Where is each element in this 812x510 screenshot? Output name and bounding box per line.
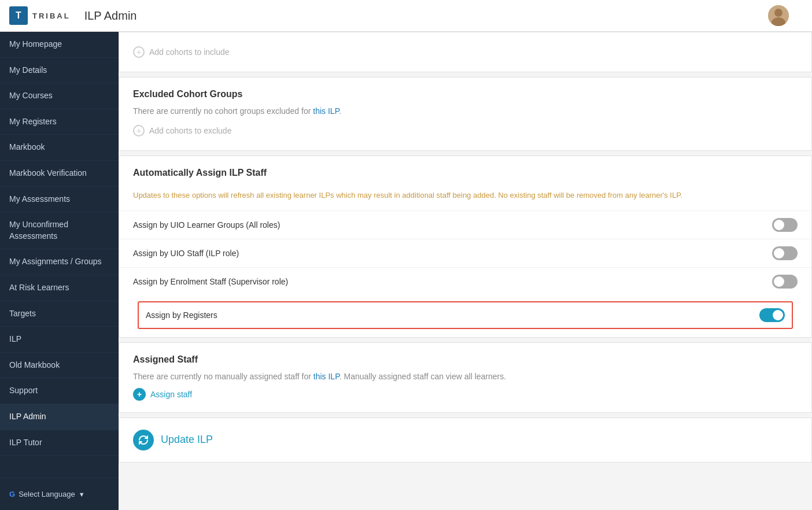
sidebar-item-ilp[interactable]: ILP [0, 327, 119, 353]
excluded-cohorts-text: There are currently no cohort groups exc… [133, 106, 798, 116]
update-ilp-label[interactable]: Update ILP [161, 434, 213, 446]
google-icon: G [9, 490, 15, 498]
svg-point-1 [774, 9, 783, 17]
auto-assign-warning: Updates to these options will refresh al… [119, 185, 811, 210]
excluded-cohorts-section: Excluded Cohort Groups There are current… [119, 77, 812, 151]
sidebar-item-old-markbook[interactable]: Old Markbook [0, 353, 119, 379]
logo-box: T [9, 6, 28, 25]
assign-staff-label: Assign staff [150, 390, 192, 399]
main-content: + Add cohorts to include Excluded Cohort… [119, 32, 812, 510]
sidebar-item-targets[interactable]: Targets [0, 301, 119, 327]
plus-icon: + [133, 46, 145, 58]
update-ilp-icon [133, 430, 154, 450]
add-cohorts-exclude-link[interactable]: + Add cohorts to exclude [133, 123, 798, 139]
sidebar-item-ilp-tutor[interactable]: ILP Tutor [0, 430, 119, 456]
sidebar-footer: G Select Language ▼ [0, 478, 119, 510]
toggle-row-assign-by-registers: Assign by Registers [138, 301, 793, 329]
toggle-slider-uio-learner-groups [772, 218, 798, 232]
toggle-assign-by-registers[interactable] [759, 308, 785, 322]
add-cohorts-include-label: Add cohorts to include [149, 47, 230, 57]
select-language[interactable]: G Select Language ▼ [9, 485, 109, 503]
auto-assign-header: Automatically Assign ILP Staff [119, 156, 811, 178]
auto-assign-title: Automatically Assign ILP Staff [133, 168, 798, 178]
sidebar-item-ilp-admin[interactable]: ILP Admin [0, 404, 119, 430]
page-title: ILP Admin [84, 9, 137, 23]
excluded-cohorts-content: Excluded Cohort Groups There are current… [119, 77, 811, 150]
header: T TRIBAL ILP Admin [0, 0, 812, 32]
sidebar-item-my-courses[interactable]: My Courses [0, 83, 119, 109]
toggle-row-uio-staff: Assign by UIO Staff (ILP role) [119, 239, 811, 267]
main-inner: + Add cohorts to include Excluded Cohort… [119, 32, 812, 463]
excluded-cohorts-link[interactable]: this ILP [313, 106, 339, 116]
toggle-label-uio-learner-groups: Assign by UIO Learner Groups (All roles) [133, 220, 763, 230]
toggle-row-enrolment-staff: Assign by Enrolment Staff (Supervisor ro… [119, 267, 811, 295]
toggle-slider-assign-by-registers [759, 308, 785, 322]
sidebar-item-my-homepage[interactable]: My Homepage [0, 32, 119, 58]
toggle-slider-uio-staff [772, 246, 798, 260]
layout: My Homepage My Details My Courses My Reg… [0, 32, 812, 510]
assigned-staff-text: There are currently no manually assigned… [133, 372, 798, 381]
toggle-row-uio-learner-groups: Assign by UIO Learner Groups (All roles) [119, 210, 811, 239]
toggle-label-enrolment-staff: Assign by Enrolment Staff (Supervisor ro… [133, 277, 763, 286]
toggle-label-assign-by-registers: Assign by Registers [146, 311, 750, 320]
toggle-uio-staff[interactable] [772, 246, 798, 260]
assign-staff-plus-icon: + [133, 388, 146, 401]
logo: T TRIBAL [9, 6, 71, 25]
chevron-down-icon: ▼ [79, 491, 85, 498]
select-language-label: Select Language [19, 490, 75, 498]
excluded-cohorts-title: Excluded Cohort Groups [133, 89, 798, 99]
included-cohorts-content: + Add cohorts to include [119, 32, 811, 72]
auto-assign-warning-text: Updates to these options will refresh al… [133, 191, 682, 199]
logo-wordmark: TRIBAL [32, 12, 71, 20]
add-cohorts-include-link[interactable]: + Add cohorts to include [133, 44, 798, 60]
sidebar-item-my-unconfirmed-assessments[interactable]: My Unconfirmed Assessments [0, 212, 119, 249]
sidebar-item-support[interactable]: Support [0, 378, 119, 404]
logo-letter: T [16, 10, 21, 21]
toggle-row-assign-by-registers-wrapper: Assign by Registers [119, 295, 811, 337]
toggle-enrolment-staff[interactable] [772, 275, 798, 289]
toggle-uio-learner-groups[interactable] [772, 218, 798, 232]
assigned-staff-ilp-link[interactable]: this ILP [313, 372, 339, 381]
assigned-staff-section: Assigned Staff There are currently no ma… [119, 342, 812, 413]
sidebar-item-at-risk-learners[interactable]: At Risk Learners [0, 275, 119, 301]
sidebar-item-my-details[interactable]: My Details [0, 58, 119, 84]
toggle-label-uio-staff: Assign by UIO Staff (ILP role) [133, 249, 763, 258]
assigned-staff-title: Assigned Staff [133, 354, 798, 365]
toggle-slider-enrolment-staff [772, 275, 798, 289]
sidebar-item-my-assessments[interactable]: My Assessments [0, 187, 119, 213]
sidebar: My Homepage My Details My Courses My Reg… [0, 32, 119, 510]
sidebar-item-markbook-verification[interactable]: Markbook Verification [0, 161, 119, 187]
plus-icon-2: + [133, 125, 145, 136]
assigned-staff-content: Assigned Staff There are currently no ma… [119, 343, 811, 412]
add-cohorts-exclude-label: Add cohorts to exclude [149, 126, 231, 135]
sidebar-item-my-registers[interactable]: My Registers [0, 109, 119, 135]
sidebar-item-my-assignments-groups[interactable]: My Assignments / Groups [0, 249, 119, 275]
update-ilp-section: Update ILP [119, 417, 812, 463]
assign-staff-link[interactable]: + Assign staff [133, 388, 798, 401]
sidebar-nav: My Homepage My Details My Courses My Reg… [0, 32, 119, 478]
included-cohorts-section: + Add cohorts to include [119, 32, 812, 72]
sidebar-item-markbook[interactable]: Markbook [0, 135, 119, 161]
auto-assign-section: Automatically Assign ILP Staff Updates t… [119, 156, 812, 338]
avatar[interactable] [768, 5, 789, 26]
